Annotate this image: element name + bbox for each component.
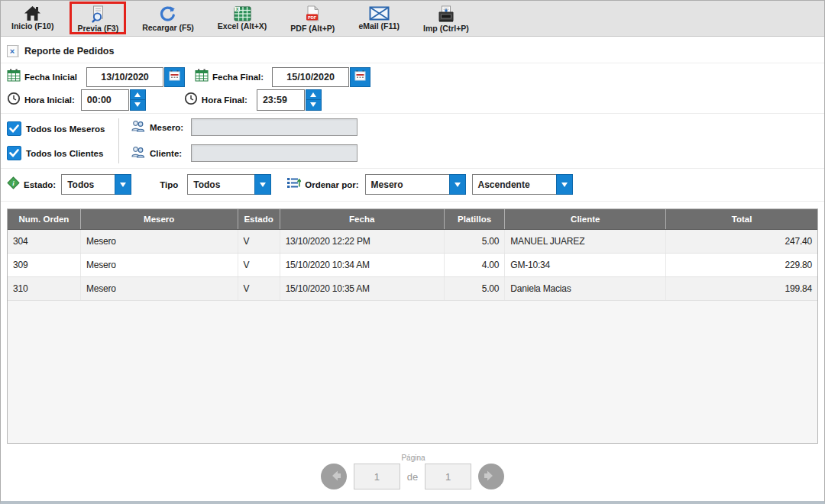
hora-inicial-stepper[interactable] [130,89,146,111]
email-button[interactable]: eMail (F11) [351,2,407,34]
hora-inicial-input[interactable] [81,89,129,111]
cell-fecha: 15/10/2020 10:35 AM [280,276,444,300]
people-icon [131,120,145,135]
table-row[interactable]: 309 Mesero V 15/10/2020 10:34 AM 4.00 GM… [8,253,817,276]
todos-clientes-checkbox[interactable]: Todos los Clientes [7,146,118,160]
chevron-down-icon[interactable] [254,174,271,195]
todos-meseros-checkbox[interactable]: Todos los Meseros [7,121,118,136]
fecha-final-label: Fecha Final: [212,73,264,82]
arrow-right-icon [484,470,499,484]
col-header-total[interactable]: Total [666,209,817,229]
table-header-row: Num. Orden Mesero Estado Fecha Platillos… [8,209,817,229]
cell-mesero: Mesero [80,276,238,300]
estado-label: Estado: [24,180,56,189]
col-header-num-orden[interactable]: Num. Orden [8,209,80,229]
hora-final-stepper[interactable] [306,89,322,111]
svg-text:PDF: PDF [308,15,317,20]
recargar-button[interactable]: Recargar (F5) [134,2,202,34]
fecha-final-input[interactable] [272,67,349,87]
sort-icon [286,176,301,192]
calendar-picker-icon [169,70,180,83]
table-row[interactable]: 310 Mesero V 15/10/2020 10:35 AM 5.00 Da… [8,276,817,300]
cell-total: 229.80 [666,253,817,276]
next-page-button[interactable] [478,464,504,489]
email-icon [369,5,390,21]
page-title: Reporte de Pedidos [24,46,114,57]
chevron-down-icon[interactable] [115,174,131,195]
table-row[interactable]: 304 Mesero V 13/10/2020 12:22 PM 5.00 MA… [8,229,817,253]
mesero-input[interactable] [191,118,358,136]
toolbar: Inicio (F10) Previa (F3) [1,1,824,37]
stepper-down-icon[interactable] [306,99,322,111]
chevron-down-icon[interactable] [449,174,466,195]
col-header-cliente[interactable]: Cliente [505,209,666,229]
current-page-input[interactable] [354,464,400,489]
hora-row: Hora Inicial: Hora Final: [1,88,824,114]
imprimir-label: Imp (Ctrl+P) [423,24,469,33]
inicio-button[interactable]: Inicio (F10) [4,2,61,34]
arrow-left-icon [326,470,341,484]
fecha-row: Fecha Inicial [1,63,824,88]
tipo-label: Tipo [160,180,178,189]
mesero-label: Mesero: [150,123,186,132]
pdf-label: PDF (Alt+P) [290,24,335,33]
imprimir-button[interactable]: Imp (Ctrl+P) [416,2,477,34]
ordenar-por-label: Ordenar por: [305,180,358,189]
stepper-up-icon[interactable] [306,89,322,100]
calendar-green-icon [7,69,21,85]
cell-estado: V [238,229,280,253]
cell-num-orden: 310 [8,276,80,300]
fields-column: Mesero: Cliente: [119,118,358,163]
svg-text:X: X [235,7,238,11]
cell-mesero: Mesero [80,253,238,276]
home-icon [24,5,41,21]
hora-final-label: Hora Final: [202,95,247,105]
cell-num-orden: 309 [8,253,80,276]
cell-platillos: 5.00 [444,276,505,300]
excel-icon: X [234,5,251,21]
col-header-platillos[interactable]: Platillos [444,209,505,229]
cell-cliente: Daniela Macias [505,276,666,300]
tipo-select[interactable]: Todos [187,174,271,195]
mesero-cliente-section: Todos los Meseros Todos los Clientes [1,114,824,169]
inicio-label: Inicio (F10) [11,21,53,31]
estado-row: i Estado: Todos Tipo Todos [1,169,824,202]
checkbox-column: Todos los Meseros Todos los Clientes [7,118,119,163]
hora-final-input[interactable] [257,89,305,111]
pdf-icon: PDF [305,5,320,24]
direccion-select[interactable]: Ascendente [472,174,573,195]
col-header-fecha[interactable]: Fecha [280,209,444,229]
cell-estado: V [238,276,280,300]
chevron-down-icon[interactable] [556,174,573,195]
estado-select[interactable]: Todos [61,174,131,195]
cell-total: 199.84 [666,276,817,300]
excel-button[interactable]: X Excel (Alt+X) [210,2,274,34]
fecha-inicial-input[interactable] [86,67,163,87]
printer-icon [437,5,455,24]
calendar-green-icon [195,69,209,85]
close-report-icon[interactable]: × [7,45,19,57]
col-header-estado[interactable]: Estado [238,209,280,229]
ordenar-por-value: Mesero [365,174,449,195]
total-pages-input[interactable] [425,464,471,489]
prev-page-button[interactable] [321,464,347,489]
previa-button[interactable]: Previa (F3) [70,2,126,34]
pdf-button[interactable]: PDF PDF (Alt+P) [283,2,342,34]
preview-icon [90,5,105,24]
hora-inicial-label: Hora Inicial: [24,95,75,105]
cell-estado: V [238,253,280,276]
stepper-up-icon[interactable] [130,89,146,100]
fecha-final-calendar-button[interactable] [350,67,370,87]
ordenar-por-select[interactable]: Mesero [365,174,466,195]
checkbox-checked-icon [7,146,21,160]
col-header-mesero[interactable]: Mesero [80,209,238,229]
fecha-inicial-calendar-button[interactable] [164,67,185,87]
calendar-picker-icon [354,70,366,83]
stepper-down-icon[interactable] [130,99,146,111]
checkbox-checked-icon [7,121,21,136]
cell-fecha: 13/10/2020 12:22 PM [280,229,444,253]
page-of-label: de [407,471,418,483]
cliente-input[interactable] [191,144,358,162]
cell-mesero: Mesero [80,229,238,253]
recargar-label: Recargar (F5) [142,23,194,32]
